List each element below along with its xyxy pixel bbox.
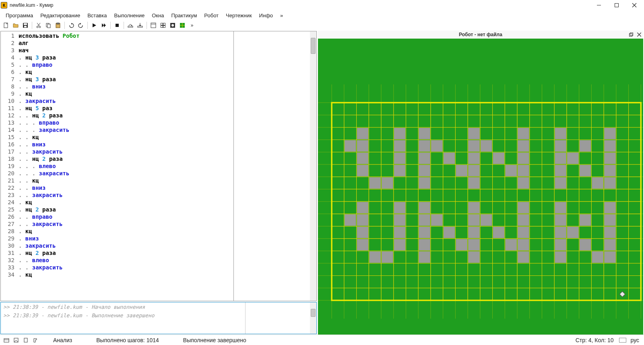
code-line: . . нц 2 раза (19, 112, 232, 119)
toolbar-separator (110, 22, 111, 29)
menu-item-5[interactable]: Практикум (168, 12, 200, 19)
menu-item-6[interactable]: Робот (201, 12, 222, 19)
window-tool-1[interactable] (149, 21, 158, 30)
code-line: . нц 2 раза (19, 206, 232, 213)
menu-item-0[interactable]: Программа (2, 12, 36, 19)
svg-rect-155 (444, 227, 455, 238)
svg-rect-140 (604, 202, 615, 213)
robot-tool-button[interactable] (178, 21, 187, 30)
svg-rect-151 (604, 214, 615, 226)
output-scrollbar[interactable] (310, 302, 316, 334)
menu-item-1[interactable]: Редактирование (37, 12, 83, 19)
code-line: . . кц (19, 133, 232, 141)
svg-rect-115 (604, 152, 615, 164)
window-tool-2[interactable] (159, 21, 167, 30)
code-line: . . вправо (19, 61, 232, 68)
svg-rect-128 (419, 177, 430, 189)
code-line: . . закрасить (19, 191, 232, 199)
robot-maximize-button[interactable] (628, 31, 634, 38)
output-log[interactable]: >> 21:38:39 - newfile.kum - Начало выпол… (1, 302, 246, 334)
code-line: . . вправо (19, 213, 232, 220)
svg-rect-119 (456, 165, 467, 176)
svg-rect-122 (518, 165, 529, 176)
svg-rect-171 (604, 239, 615, 250)
run-fast-button[interactable] (99, 21, 108, 30)
editor-scrollbar[interactable] (310, 31, 316, 301)
output-line: >> 21:38:39 - newfile.kum - Начало выпол… (3, 304, 243, 310)
svg-rect-170 (580, 239, 591, 250)
code-line: . кц (19, 199, 232, 206)
robot-close-button[interactable] (636, 31, 642, 38)
run-button[interactable] (90, 21, 99, 30)
svg-rect-90 (419, 128, 430, 139)
window-close-button[interactable] (625, 0, 643, 10)
new-file-button[interactable] (2, 21, 10, 30)
svg-rect-169 (555, 239, 566, 250)
svg-rect-149 (555, 214, 566, 226)
statusbar-icon-1[interactable] (2, 336, 10, 344)
statusbar-icon-4[interactable] (31, 336, 39, 344)
svg-rect-125 (604, 165, 615, 176)
code-line: . нц 3 раза (19, 76, 232, 83)
window-minimize-button[interactable] (590, 0, 608, 10)
svg-rect-111 (493, 152, 504, 164)
svg-rect-129 (468, 177, 479, 189)
status-cursor-pos: Стр: 4, Кол: 10 (576, 337, 614, 343)
svg-rect-135 (394, 202, 405, 213)
code-content[interactable]: использовать Роботалгнач. нц 3 раза. . в… (17, 31, 233, 301)
paste-button[interactable] (54, 21, 62, 30)
statusbar-icon-3[interactable] (22, 336, 30, 344)
redo-button[interactable] (76, 21, 85, 30)
code-line: нач (19, 47, 232, 54)
code-line: . . нц 2 раза (19, 155, 232, 162)
window-tool-3[interactable] (168, 21, 177, 30)
svg-rect-147 (481, 214, 492, 226)
svg-rect-139 (555, 202, 566, 213)
svg-point-9 (37, 26, 38, 28)
code-line: . кц (19, 271, 232, 278)
robot-title: Робот - нет файла (459, 32, 502, 37)
svg-rect-126 (369, 177, 380, 189)
undo-button[interactable] (67, 21, 76, 30)
statusbar-icon-2[interactable] (12, 336, 20, 344)
stop-button[interactable] (113, 21, 122, 30)
statusbar: Анализ Выполнено шагов: 1014 Выполнение … (0, 335, 644, 345)
more-tools-button[interactable]: » (188, 21, 196, 30)
step-over-button[interactable] (126, 21, 135, 30)
menu-item-9[interactable]: » (277, 12, 286, 19)
svg-rect-40 (630, 34, 632, 37)
code-line: алг (19, 39, 232, 47)
menu-item-3[interactable]: Выполнение (111, 12, 148, 19)
cut-button[interactable] (34, 21, 43, 30)
window-maximize-button[interactable] (608, 0, 625, 10)
svg-rect-28 (151, 23, 156, 28)
code-line: . . закрасить (19, 148, 232, 155)
svg-rect-168 (518, 239, 529, 250)
svg-rect-14 (47, 24, 50, 28)
code-editor[interactable]: 1234567891011121314151617181920212223242… (0, 31, 317, 301)
menu-item-2[interactable]: Вставка (84, 12, 110, 19)
menu-item-7[interactable]: Чертежник (223, 12, 255, 19)
svg-point-36 (171, 24, 174, 27)
svg-rect-225 (4, 339, 9, 342)
svg-rect-127 (382, 177, 393, 189)
output-line: >> 21:38:39 - newfile.kum - Выполнение з… (3, 312, 243, 318)
code-line: . . . вправо (19, 119, 232, 126)
step-into-button[interactable] (136, 21, 144, 30)
save-file-button[interactable] (21, 21, 30, 30)
window-titlebar: К newfile.kum - Кумир (0, 0, 644, 10)
keyboard-icon[interactable] (619, 336, 627, 344)
robot-canvas[interactable] (318, 39, 643, 335)
svg-rect-162 (357, 239, 368, 250)
svg-rect-91 (468, 128, 479, 139)
svg-rect-97 (394, 140, 405, 152)
status-language[interactable]: рус (631, 337, 639, 343)
open-file-button[interactable] (11, 21, 20, 30)
svg-rect-175 (468, 251, 479, 263)
menu-item-8[interactable]: Инфо (256, 12, 276, 19)
code-line: . кц (19, 90, 232, 97)
svg-rect-94 (604, 128, 615, 139)
svg-rect-138 (518, 202, 529, 213)
menu-item-4[interactable]: Окна (149, 12, 167, 19)
copy-button[interactable] (44, 21, 53, 30)
